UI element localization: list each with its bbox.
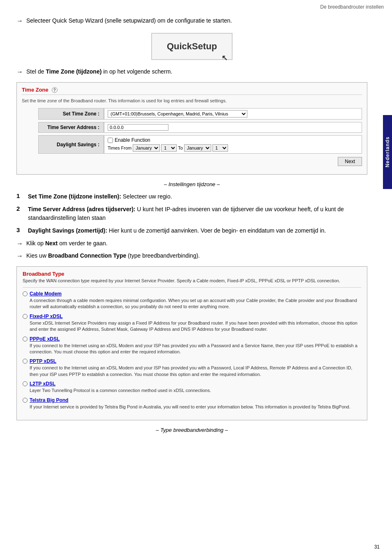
info-icon[interactable]: ? [52, 87, 58, 93]
from-month-select[interactable]: January [133, 144, 160, 152]
page-number: 31 [374, 544, 380, 550]
to-day-select[interactable]: 1 [212, 144, 228, 152]
broadband-subtitle: Specify the WAN connection type required… [23, 278, 361, 283]
bb-option-pppoe-title: PPPoE xDSL [23, 336, 361, 342]
caption-timezone: – Instellingen tijdzone – [16, 181, 367, 187]
broadband-bold: Broadband Connection Type [48, 252, 126, 259]
radio-pppoe[interactable] [23, 337, 28, 341]
to-month-select[interactable]: January [184, 144, 211, 152]
time-zone-select[interactable]: (GMT+01:00)Brussels, Copenhagen, Madrid,… [108, 110, 247, 118]
pppoe-link[interactable]: PPPoE xDSL [30, 336, 60, 342]
pptp-desc: If you connect to the Internet using an … [30, 365, 361, 378]
set-time-zone-label: Set Time Zone : [38, 108, 104, 120]
side-tab-label: Nederlands [385, 136, 390, 167]
bb-option-fixed-title: Fixed-IP xDSL [23, 314, 361, 319]
bb-option-pptp: PPTP xDSL If you connect to the Internet… [23, 358, 361, 378]
instruction-2-num: 2 [16, 205, 26, 212]
telstra-link[interactable]: Telstra Big Pond [30, 397, 68, 403]
timezone-panel-title: Time Zone ? [22, 87, 362, 95]
next-button[interactable]: Next [338, 157, 362, 166]
l2tp-link[interactable]: L2TP xDSL [30, 381, 55, 387]
timezone-title-text: Time Zone [22, 87, 48, 93]
next-instruction-text: Klik op Next om verder te gaan. [26, 240, 108, 247]
timezone-panel: Time Zone ? Set the time zone of the Bro… [16, 82, 367, 175]
instruction-1: 1 Set Time Zone (tijdzone instellen): Se… [16, 192, 367, 201]
radio-telstra[interactable] [23, 398, 28, 403]
telstra-desc: If your Internet service is provided by … [30, 404, 361, 410]
fixed-ip-desc: Some xDSL Internet Service Providers may… [30, 320, 361, 333]
bb-option-cable: Cable Modem A connection through a cable… [23, 291, 361, 310]
daylight-savings-label: Daylight Savings : [38, 135, 104, 154]
next-btn-container: Next [22, 157, 362, 166]
fixed-ip-link[interactable]: Fixed-IP xDSL [30, 314, 62, 319]
times-from-label: Times From [108, 145, 131, 150]
bb-option-l2tp-title: L2TP xDSL [23, 381, 361, 387]
instruction-3-num: 3 [16, 226, 26, 233]
intro-line2: → Stel de Time Zone (tijdzone) in op het… [16, 68, 367, 76]
caption-type: – Type breedbandverbinding – [16, 427, 367, 433]
cursor-icon: ↖ [221, 53, 228, 62]
bb-option-l2tp: L2TP xDSL Layer Two Tunnelling Protocol … [23, 381, 361, 394]
side-tab: Nederlands [383, 115, 392, 189]
daylight-savings-value: Enable Function Times From January 1 To … [104, 135, 362, 154]
instruction-2-bold: Time Server Address (adres tijdserver): [28, 206, 135, 212]
intro-text-2: Stel de Time Zone (tijdzone) in op het v… [26, 68, 172, 75]
broadband-instruction: → Kies uw Broadband Connection Type (typ… [16, 252, 367, 260]
radio-l2tp[interactable] [23, 381, 28, 386]
intro-line1: → Selecteer Quick Setup Wizard (snelle s… [16, 17, 367, 25]
instruction-3-bold: Daylight Savings (zomertijd): [28, 227, 107, 234]
bb-option-pptp-title: PPTP xDSL [23, 358, 361, 364]
arrow-icon-1: → [16, 17, 23, 25]
instruction-3: 3 Daylight Savings (zomertijd): Hier kun… [16, 226, 367, 235]
instruction-1-text: Set Time Zone (tijdzone instellen): Sele… [28, 192, 367, 201]
instruction-3-text: Daylight Savings (zomertijd): Hier kunt … [28, 226, 367, 235]
intro-text-1: Selecteer Quick Setup Wizard (snelle set… [26, 17, 232, 24]
arrow-icon-3: → [16, 240, 23, 247]
instruction-2: 2 Time Server Address (adres tijdserver)… [16, 205, 367, 222]
quicksetup-label: QuickSetup [167, 41, 217, 51]
enable-line: Enable Function [108, 137, 228, 143]
enable-function-label: Enable Function [115, 137, 150, 143]
daylight-row: Enable Function Times From January 1 To … [108, 137, 228, 152]
arrow-icon-2: → [16, 68, 23, 76]
timezone-subtitle: Set the time zone of the Broadband route… [22, 98, 362, 103]
broadband-instruction-text: Kies uw Broadband Connection Type (type … [26, 252, 200, 259]
bb-option-telstra: Telstra Big Pond If your Internet servic… [23, 397, 361, 410]
time-server-label: Time Server Address : [38, 122, 104, 133]
arrow-icon-4: → [16, 252, 23, 260]
header-text: De breedbandrouter instellen [320, 4, 384, 10]
broadband-title: Broadband Type [23, 271, 361, 277]
radio-cable[interactable] [23, 291, 28, 296]
to-label: To [178, 145, 183, 150]
page-header: De breedbandrouter instellen [320, 4, 384, 10]
instruction-2-text: Time Server Address (adres tijdserver): … [28, 205, 367, 222]
tz-form: Set Time Zone : (GMT+01:00)Brussels, Cop… [38, 108, 362, 154]
quicksetup-box: QuickSetup ↖ [151, 33, 233, 60]
instruction-1-num: 1 [16, 192, 26, 199]
pppoe-desc: If you connect to the Internet using an … [30, 343, 361, 355]
divider [23, 287, 361, 288]
bb-option-telstra-title: Telstra Big Pond [23, 397, 361, 403]
cable-modem-link[interactable]: Cable Modem [30, 291, 62, 297]
pptp-link[interactable]: PPTP xDSL [30, 358, 56, 364]
from-day-select[interactable]: 1 [161, 144, 177, 152]
set-time-zone-value: (GMT+01:00)Brussels, Copenhagen, Madrid,… [104, 108, 362, 120]
instructions-list: 1 Set Time Zone (tijdzone instellen): Se… [16, 192, 367, 235]
radio-pptp[interactable] [23, 359, 28, 364]
quicksetup-container: QuickSetup ↖ [16, 33, 367, 60]
next-instruction: → Klik op Next om verder te gaan. [16, 240, 367, 247]
bb-option-cable-title: Cable Modem [23, 291, 361, 297]
l2tp-desc: Layer Two Tunnelling Protocol is a commo… [30, 387, 361, 394]
next-bold: Next [45, 240, 58, 247]
time-server-input[interactable] [108, 124, 168, 131]
bb-option-fixed: Fixed-IP xDSL Some xDSL Internet Service… [23, 314, 361, 333]
time-server-value [104, 122, 362, 133]
broadband-panel: Broadband Type Specify the WAN connectio… [16, 266, 367, 420]
times-line: Times From January 1 To January 1 [108, 144, 228, 152]
cable-modem-desc: A connection through a cable modem requi… [30, 297, 361, 310]
enable-function-checkbox[interactable] [108, 138, 113, 143]
bb-option-pppoe: PPPoE xDSL If you connect to the Interne… [23, 336, 361, 355]
instruction-1-bold: Set Time Zone (tijdzone instellen): [28, 193, 121, 200]
radio-fixed[interactable] [23, 314, 28, 319]
